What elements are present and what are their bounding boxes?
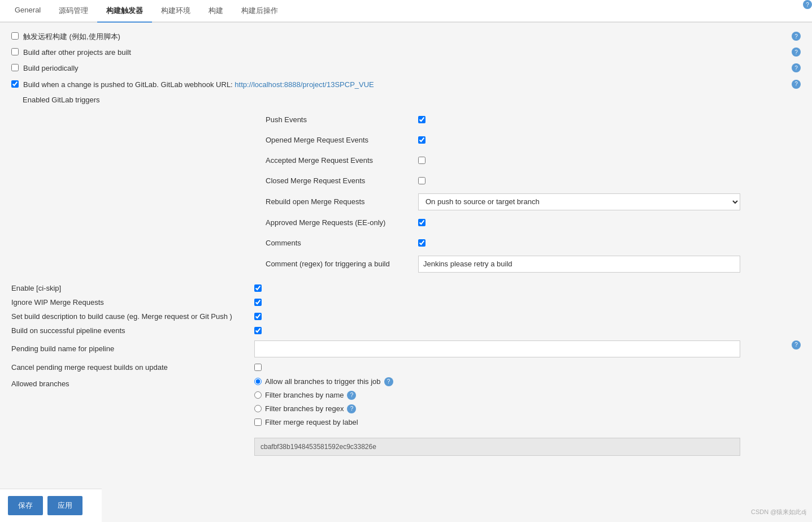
extra-option-checkbox-3[interactable] xyxy=(254,327,262,334)
trigger-option-checkbox-2[interactable] xyxy=(11,64,19,71)
cancel-pending-row: Cancel pending merge request builds on u… xyxy=(11,363,801,372)
allowed-branches-options: Allow all branches to trigger this job?F… xyxy=(254,377,393,426)
trigger-option-label-3: Build when a change is pushed to GitLab.… xyxy=(23,80,374,90)
gitlab-trigger-row-5: Approved Merge Requests (EE-only) xyxy=(266,215,752,231)
pipeline-name-input[interactable] xyxy=(254,340,740,357)
gitlab-section-title: Enabled GitLab triggers xyxy=(23,96,801,104)
rebuild-select[interactable]: On push to source or target branchNeverO… xyxy=(418,193,740,210)
gitlab-trigger-label-6: Comments xyxy=(266,239,418,247)
gitlab-trigger-control-6 xyxy=(418,239,425,247)
gitlab-trigger-control-5 xyxy=(418,219,425,226)
tab-General[interactable]: General xyxy=(6,0,50,23)
allowed-branch-help-icon-2[interactable]: ? xyxy=(347,404,356,413)
extra-option-control-1 xyxy=(254,299,262,306)
allowed-branch-input-1[interactable] xyxy=(254,391,262,399)
extra-option-control-0 xyxy=(254,284,262,292)
gitlab-trigger-label-4: Rebuild open Merge Requests xyxy=(266,197,418,206)
save-button[interactable]: 保存 xyxy=(8,496,43,509)
allowed-branch-help-icon-0[interactable]: ? xyxy=(384,377,393,386)
help-icon-trigger-0[interactable]: ? xyxy=(792,32,801,41)
gitlab-trigger-label-0: Push Events xyxy=(266,115,418,124)
hash-value: cbafbf38b1948453581592ec9c33826e xyxy=(254,438,740,456)
tab-构建[interactable]: 构建 xyxy=(199,0,232,23)
comment-regex-input[interactable] xyxy=(418,256,740,273)
gitlab-trigger-label-3: Closed Merge Request Events xyxy=(266,176,418,185)
gitlab-trigger-checkbox-5[interactable] xyxy=(418,219,425,226)
trigger-option-label-2: Build periodically xyxy=(23,63,79,74)
trigger-option-row-1: Build after other projects are built? xyxy=(11,48,801,58)
extra-option-row-0: Enable [ci-skip] xyxy=(11,284,801,292)
trigger-option-row-3: Build when a change is pushed to GitLab.… xyxy=(11,80,801,90)
tab-构建后操作[interactable]: 构建后操作 xyxy=(232,0,287,23)
cancel-pending-checkbox[interactable] xyxy=(254,364,262,371)
help-icon-trigger-1[interactable]: ? xyxy=(792,48,801,57)
allowed-branch-input-3[interactable] xyxy=(254,419,262,426)
gitlab-trigger-checkbox-3[interactable] xyxy=(418,177,425,184)
gitlab-trigger-checkbox-2[interactable] xyxy=(418,157,425,164)
extra-option-label-1: Ignore WIP Merge Requests xyxy=(11,298,254,307)
gitlab-triggers-table: Push EventsOpened Merge Request EventsAc… xyxy=(266,112,752,273)
gitlab-trigger-label-2: Accepted Merge Request Events xyxy=(266,156,418,165)
extra-option-checkbox-1[interactable] xyxy=(254,299,262,306)
tab-构建触发器[interactable]: 构建触发器 xyxy=(97,0,152,23)
extra-option-label-2: Set build description to build cause (eg… xyxy=(11,312,254,321)
extra-option-row-3: Build on successful pipeline events xyxy=(11,326,801,335)
gitlab-trigger-checkbox-6[interactable] xyxy=(418,239,425,247)
allowed-branch-input-0[interactable] xyxy=(254,378,262,385)
help-icon-trigger-3[interactable]: ? xyxy=(792,80,801,89)
pipeline-help-icon[interactable]: ? xyxy=(792,340,801,350)
pipeline-label: Pending build name for pipeline xyxy=(11,344,254,353)
gitlab-trigger-row-7: Comment (regex) for triggering a build? xyxy=(266,256,752,273)
allowed-branch-option-3: Filter merge request by label xyxy=(254,418,393,426)
trigger-option-checkbox-1[interactable] xyxy=(11,48,19,55)
gitlab-trigger-row-0: Push Events xyxy=(266,112,752,128)
cancel-pending-label: Cancel pending merge request builds on u… xyxy=(11,363,254,372)
gitlab-trigger-checkbox-0[interactable] xyxy=(418,116,425,123)
allowed-branch-help-icon-1[interactable]: ? xyxy=(347,391,356,400)
gitlab-trigger-checkbox-1[interactable] xyxy=(418,136,425,144)
apply-button[interactable]: 应用 xyxy=(47,496,82,509)
allowed-branch-label-1: Filter branches by name xyxy=(265,391,344,399)
extra-option-control-3 xyxy=(254,327,262,334)
trigger-option-label-1: Build after other projects are built xyxy=(23,48,131,58)
main-content: 触发远程构建 (例如,使用脚本)?Build after other proje… xyxy=(0,23,812,509)
gitlab-trigger-row-2: Accepted Merge Request Events xyxy=(266,153,752,169)
tab-源码管理[interactable]: 源码管理 xyxy=(50,0,97,23)
gitlab-trigger-control-2 xyxy=(418,157,425,164)
gitlab-trigger-row-3: Closed Merge Request Events xyxy=(266,173,752,189)
allowed-branches-label: Allowed branches xyxy=(11,377,254,426)
gitlab-trigger-label-5: Approved Merge Requests (EE-only) xyxy=(266,218,418,227)
watermark: CSDN @猿来如此dj xyxy=(751,508,806,509)
pipeline-input-row: Pending build name for pipeline? xyxy=(11,340,801,357)
trigger-option-checkbox-3[interactable] xyxy=(11,80,19,88)
gitlab-trigger-row-4: Rebuild open Merge RequestsOn push to so… xyxy=(266,193,752,210)
pipeline-input-control: ? xyxy=(254,340,740,357)
webhook-url-link[interactable]: http://localhost:8888/project/13SPCP_VUE xyxy=(235,80,374,89)
allowed-branch-option-1: Filter branches by name? xyxy=(254,391,393,400)
trigger-option-row-2: Build periodically? xyxy=(11,63,801,74)
help-icon-trigger-2[interactable]: ? xyxy=(792,63,801,72)
gitlab-trigger-control-7: ? xyxy=(418,256,740,273)
comment-regex-help-icon[interactable]: ? xyxy=(803,0,812,9)
allowed-branch-label-0: Allow all branches to trigger this job xyxy=(265,377,381,386)
trigger-option-label-0: 触发远程构建 (例如,使用脚本) xyxy=(23,32,120,42)
gitlab-trigger-control-4: On push to source or target branchNeverO… xyxy=(418,193,740,210)
allowed-branch-input-2[interactable] xyxy=(254,405,262,412)
extra-option-row-1: Ignore WIP Merge Requests xyxy=(11,298,801,307)
allowed-branch-option-2: Filter branches by regex? xyxy=(254,404,393,413)
tab-bar: General源码管理构建触发器构建环境构建构建后操作 xyxy=(0,0,812,23)
extra-option-checkbox-0[interactable] xyxy=(254,284,262,292)
bottom-bar: 保存 应用 xyxy=(0,489,102,509)
trigger-option-checkbox-0[interactable] xyxy=(11,32,19,40)
extra-option-label-0: Enable [ci-skip] xyxy=(11,284,254,292)
gitlab-trigger-control-0 xyxy=(418,116,425,123)
allowed-branch-label-2: Filter branches by regex xyxy=(265,404,344,413)
gitlab-trigger-label-7: Comment (regex) for triggering a build xyxy=(266,260,418,268)
gitlab-trigger-label-1: Opened Merge Request Events xyxy=(266,136,418,144)
tab-构建环境[interactable]: 构建环境 xyxy=(152,0,199,23)
extra-option-label-3: Build on successful pipeline events xyxy=(11,326,254,335)
allowed-branch-label-3: Filter merge request by label xyxy=(265,418,358,426)
extra-option-checkbox-2[interactable] xyxy=(254,313,262,320)
extra-option-row-2: Set build description to build cause (eg… xyxy=(11,312,801,321)
gitlab-trigger-control-1 xyxy=(418,136,425,144)
